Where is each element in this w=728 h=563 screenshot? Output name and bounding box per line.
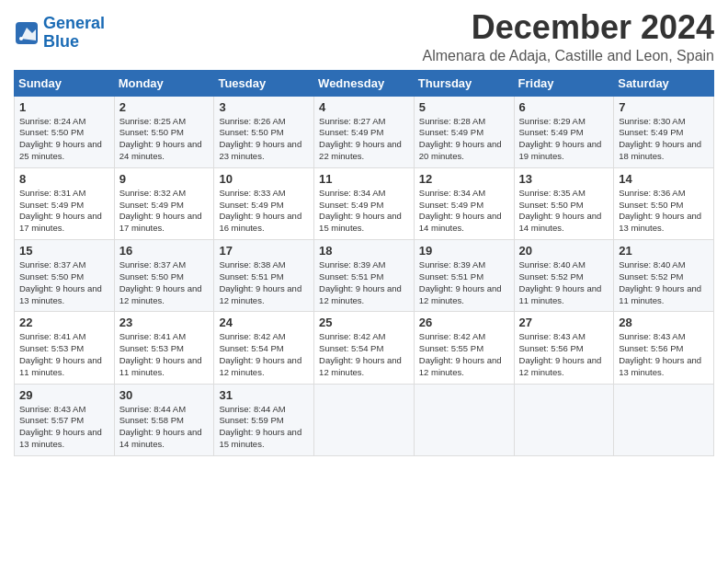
cell-content: Sunrise: 8:44 AMSunset: 5:59 PMDaylight:… <box>219 404 309 451</box>
logo: General Blue <box>14 15 105 52</box>
calendar-cell: 14Sunrise: 8:36 AMSunset: 5:50 PMDayligh… <box>614 167 714 239</box>
weekday-header-row: SundayMondayTuesdayWednesdayThursdayFrid… <box>15 70 714 96</box>
calendar-week-2: 8Sunrise: 8:31 AMSunset: 5:49 PMDaylight… <box>15 167 714 239</box>
calendar-cell: 18Sunrise: 8:39 AMSunset: 5:51 PMDayligh… <box>314 240 415 312</box>
calendar-week-4: 22Sunrise: 8:41 AMSunset: 5:53 PMDayligh… <box>15 312 714 384</box>
cell-content: Sunrise: 8:38 AMSunset: 5:51 PMDaylight:… <box>219 259 309 306</box>
day-number: 19 <box>419 244 509 258</box>
cell-content: Sunrise: 8:37 AMSunset: 5:50 PMDaylight:… <box>119 259 210 306</box>
day-number: 31 <box>219 388 309 402</box>
calendar-cell: 28Sunrise: 8:43 AMSunset: 5:56 PMDayligh… <box>614 312 714 384</box>
calendar-cell: 6Sunrise: 8:29 AMSunset: 5:49 PMDaylight… <box>514 96 614 167</box>
calendar: SundayMondayTuesdayWednesdayThursdayFrid… <box>14 70 714 456</box>
logo-icon <box>14 20 40 46</box>
calendar-cell: 26Sunrise: 8:42 AMSunset: 5:55 PMDayligh… <box>414 312 514 384</box>
weekday-header-monday: Monday <box>114 70 214 96</box>
calendar-cell: 29Sunrise: 8:43 AMSunset: 5:57 PMDayligh… <box>15 384 115 455</box>
cell-content: Sunrise: 8:26 AMSunset: 5:50 PMDaylight:… <box>219 116 309 163</box>
calendar-cell: 23Sunrise: 8:41 AMSunset: 5:53 PMDayligh… <box>114 312 214 384</box>
cell-content: Sunrise: 8:35 AMSunset: 5:50 PMDaylight:… <box>519 188 609 235</box>
day-number: 6 <box>519 100 609 114</box>
calendar-week-3: 15Sunrise: 8:37 AMSunset: 5:50 PMDayligh… <box>15 240 714 312</box>
calendar-cell: 8Sunrise: 8:31 AMSunset: 5:49 PMDaylight… <box>15 167 115 239</box>
day-number: 3 <box>219 100 309 114</box>
cell-content: Sunrise: 8:29 AMSunset: 5:49 PMDaylight:… <box>519 116 609 163</box>
day-number: 11 <box>319 172 409 186</box>
calendar-week-5: 29Sunrise: 8:43 AMSunset: 5:57 PMDayligh… <box>15 384 714 455</box>
weekday-header-tuesday: Tuesday <box>214 70 314 96</box>
calendar-cell: 31Sunrise: 8:44 AMSunset: 5:59 PMDayligh… <box>214 384 314 455</box>
header: General Blue December 2024 Almenara de A… <box>14 9 714 64</box>
cell-content: Sunrise: 8:27 AMSunset: 5:49 PMDaylight:… <box>319 116 409 163</box>
day-number: 12 <box>419 172 509 186</box>
cell-content: Sunrise: 8:31 AMSunset: 5:49 PMDaylight:… <box>19 188 109 235</box>
day-number: 24 <box>219 316 309 329</box>
calendar-cell: 16Sunrise: 8:37 AMSunset: 5:50 PMDayligh… <box>114 240 214 312</box>
cell-content: Sunrise: 8:34 AMSunset: 5:49 PMDaylight:… <box>319 188 409 235</box>
location-title: Almenara de Adaja, Castille and Leon, Sp… <box>422 48 714 64</box>
logo-line1: General <box>43 14 105 32</box>
calendar-cell: 21Sunrise: 8:40 AMSunset: 5:52 PMDayligh… <box>614 240 714 312</box>
calendar-cell: 10Sunrise: 8:33 AMSunset: 5:49 PMDayligh… <box>214 167 314 239</box>
calendar-cell: 19Sunrise: 8:39 AMSunset: 5:51 PMDayligh… <box>414 240 514 312</box>
cell-content: Sunrise: 8:44 AMSunset: 5:58 PMDaylight:… <box>119 404 210 451</box>
calendar-cell: 2Sunrise: 8:25 AMSunset: 5:50 PMDaylight… <box>114 96 214 167</box>
calendar-cell <box>314 384 415 455</box>
weekday-header-friday: Friday <box>514 70 614 96</box>
day-number: 10 <box>219 172 309 186</box>
day-number: 13 <box>519 172 609 186</box>
calendar-cell: 1Sunrise: 8:24 AMSunset: 5:50 PMDaylight… <box>15 96 115 167</box>
day-number: 27 <box>519 316 609 329</box>
day-number: 29 <box>19 388 109 402</box>
cell-content: Sunrise: 8:42 AMSunset: 5:55 PMDaylight:… <box>419 331 509 378</box>
cell-content: Sunrise: 8:37 AMSunset: 5:50 PMDaylight:… <box>19 259 109 306</box>
cell-content: Sunrise: 8:43 AMSunset: 5:56 PMDaylight:… <box>519 331 609 378</box>
calendar-cell: 22Sunrise: 8:41 AMSunset: 5:53 PMDayligh… <box>15 312 115 384</box>
day-number: 28 <box>619 316 709 329</box>
day-number: 30 <box>119 388 210 402</box>
calendar-cell: 13Sunrise: 8:35 AMSunset: 5:50 PMDayligh… <box>514 167 614 239</box>
calendar-cell <box>514 384 614 455</box>
logo-line2: Blue <box>43 32 79 51</box>
calendar-cell: 15Sunrise: 8:37 AMSunset: 5:50 PMDayligh… <box>15 240 115 312</box>
day-number: 1 <box>19 100 109 114</box>
calendar-cell <box>414 384 514 455</box>
cell-content: Sunrise: 8:28 AMSunset: 5:49 PMDaylight:… <box>419 116 509 163</box>
weekday-header-sunday: Sunday <box>15 70 115 96</box>
day-number: 17 <box>219 244 309 258</box>
cell-content: Sunrise: 8:39 AMSunset: 5:51 PMDaylight:… <box>319 259 409 306</box>
cell-content: Sunrise: 8:32 AMSunset: 5:49 PMDaylight:… <box>119 188 210 235</box>
title-block: December 2024 Almenara de Adaja, Castill… <box>422 9 714 64</box>
day-number: 5 <box>419 100 509 114</box>
day-number: 23 <box>119 316 210 329</box>
cell-content: Sunrise: 8:36 AMSunset: 5:50 PMDaylight:… <box>619 188 709 235</box>
cell-content: Sunrise: 8:42 AMSunset: 5:54 PMDaylight:… <box>319 331 409 378</box>
cell-content: Sunrise: 8:24 AMSunset: 5:50 PMDaylight:… <box>19 116 109 163</box>
day-number: 26 <box>419 316 509 329</box>
calendar-cell: 5Sunrise: 8:28 AMSunset: 5:49 PMDaylight… <box>414 96 514 167</box>
cell-content: Sunrise: 8:42 AMSunset: 5:54 PMDaylight:… <box>219 331 309 378</box>
day-number: 16 <box>119 244 210 258</box>
cell-content: Sunrise: 8:30 AMSunset: 5:49 PMDaylight:… <box>619 116 709 163</box>
calendar-cell: 3Sunrise: 8:26 AMSunset: 5:50 PMDaylight… <box>214 96 314 167</box>
day-number: 20 <box>519 244 609 258</box>
calendar-week-1: 1Sunrise: 8:24 AMSunset: 5:50 PMDaylight… <box>15 96 714 167</box>
cell-content: Sunrise: 8:33 AMSunset: 5:49 PMDaylight:… <box>219 188 309 235</box>
day-number: 15 <box>19 244 109 258</box>
day-number: 7 <box>619 100 709 114</box>
calendar-cell: 17Sunrise: 8:38 AMSunset: 5:51 PMDayligh… <box>214 240 314 312</box>
day-number: 22 <box>19 316 109 329</box>
logo-text: General Blue <box>43 15 105 52</box>
month-title: December 2024 <box>422 9 714 46</box>
cell-content: Sunrise: 8:40 AMSunset: 5:52 PMDaylight:… <box>619 259 709 306</box>
day-number: 9 <box>119 172 210 186</box>
calendar-cell: 9Sunrise: 8:32 AMSunset: 5:49 PMDaylight… <box>114 167 214 239</box>
cell-content: Sunrise: 8:39 AMSunset: 5:51 PMDaylight:… <box>419 259 509 306</box>
calendar-cell: 4Sunrise: 8:27 AMSunset: 5:49 PMDaylight… <box>314 96 415 167</box>
cell-content: Sunrise: 8:43 AMSunset: 5:56 PMDaylight:… <box>619 331 709 378</box>
day-number: 14 <box>619 172 709 186</box>
weekday-header-wednesday: Wednesday <box>314 70 415 96</box>
day-number: 4 <box>319 100 409 114</box>
calendar-cell: 11Sunrise: 8:34 AMSunset: 5:49 PMDayligh… <box>314 167 415 239</box>
svg-point-2 <box>19 37 23 40</box>
